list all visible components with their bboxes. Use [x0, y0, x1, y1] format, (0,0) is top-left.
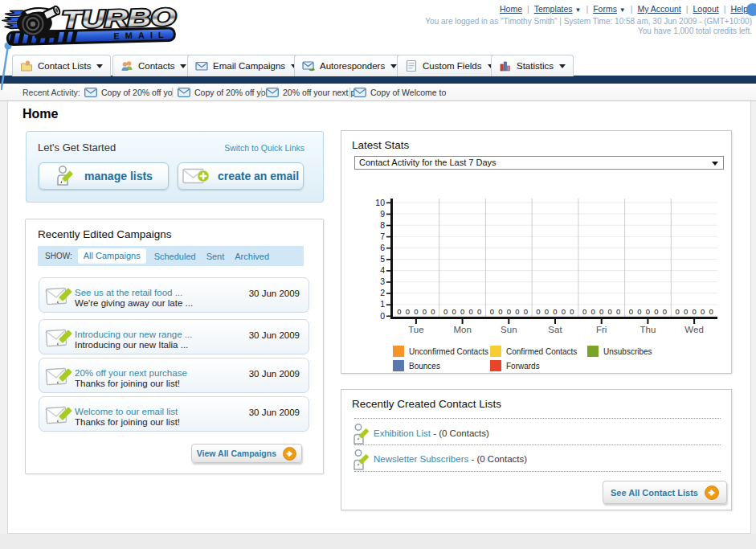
svg-text:Forwards: Forwards [506, 362, 540, 371]
svg-text:0: 0 [570, 307, 574, 316]
svg-text:0: 0 [684, 307, 688, 316]
svg-text:7: 7 [380, 231, 385, 241]
svg-text:0: 0 [553, 307, 557, 316]
svg-text:0: 0 [654, 307, 658, 316]
svg-text:0: 0 [431, 307, 435, 316]
svg-text:0: 0 [692, 307, 696, 316]
svg-text:Unsubscribes: Unsubscribes [603, 347, 652, 356]
svg-text:9: 9 [380, 209, 385, 219]
svg-text:Sun: Sun [501, 325, 517, 334]
svg-text:Confirmed Contacts: Confirmed Contacts [506, 347, 577, 356]
svg-text:0: 0 [629, 307, 633, 316]
svg-text:0: 0 [452, 307, 456, 316]
svg-text:10: 10 [375, 198, 385, 207]
svg-text:0: 0 [562, 307, 566, 316]
svg-text:0: 0 [616, 307, 620, 316]
svg-text:Sat: Sat [548, 325, 562, 334]
svg-text:3: 3 [380, 277, 385, 286]
svg-text:Bounces: Bounces [409, 362, 440, 371]
svg-text:TURBO: TURBO [61, 3, 176, 33]
svg-text:0: 0 [468, 307, 472, 316]
svg-text:0: 0 [498, 307, 502, 316]
svg-text:0: 0 [582, 307, 586, 316]
svg-text:0: 0 [490, 307, 494, 316]
svg-text:0: 0 [477, 307, 481, 316]
svg-text:0: 0 [397, 307, 401, 316]
svg-text:1: 1 [380, 299, 385, 309]
svg-text:Mon: Mon [453, 325, 471, 334]
svg-text:4: 4 [380, 265, 385, 275]
svg-text:0: 0 [599, 307, 603, 316]
svg-text:Thu: Thu [640, 325, 656, 334]
svg-text:0: 0 [460, 307, 464, 316]
svg-text:0: 0 [380, 311, 385, 321]
svg-text:0: 0 [545, 307, 549, 316]
svg-text:0: 0 [536, 307, 540, 316]
svg-text:0: 0 [443, 307, 447, 316]
svg-text:0: 0 [646, 307, 650, 316]
svg-text:6: 6 [380, 243, 385, 252]
svg-text:Wed: Wed [684, 325, 703, 334]
svg-text:0: 0 [591, 307, 595, 316]
svg-text:8: 8 [380, 220, 385, 230]
svg-text:Fri: Fri [596, 325, 607, 334]
svg-text:0: 0 [709, 307, 713, 316]
svg-text:0: 0 [701, 307, 705, 316]
svg-text:0: 0 [507, 307, 511, 316]
svg-text:0: 0 [637, 307, 641, 316]
svg-text:Unconfirmed Contacts: Unconfirmed Contacts [409, 347, 488, 356]
svg-text:2: 2 [380, 288, 385, 297]
svg-text:0: 0 [675, 307, 679, 316]
svg-text:5: 5 [380, 254, 385, 264]
svg-text:0: 0 [406, 307, 410, 316]
svg-text:0: 0 [524, 307, 528, 316]
svg-text:0: 0 [663, 307, 667, 316]
svg-text:0: 0 [515, 307, 519, 316]
svg-text:EMAIL: EMAIL [113, 30, 170, 41]
svg-text:0: 0 [414, 307, 418, 316]
svg-text:0: 0 [608, 307, 612, 316]
svg-text:Tue: Tue [408, 325, 423, 334]
svg-text:0: 0 [423, 307, 427, 316]
